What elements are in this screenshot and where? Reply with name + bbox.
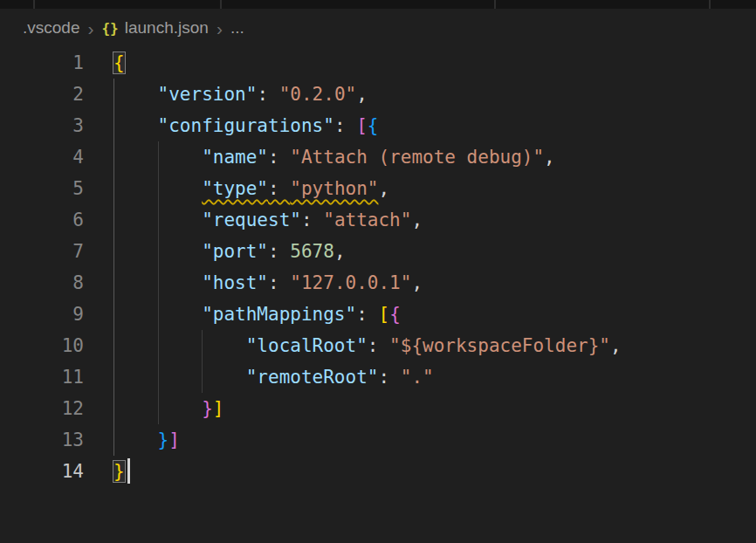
code-text: }] bbox=[84, 393, 223, 424]
code-token: "0.2.0" bbox=[279, 84, 357, 105]
code-token: : bbox=[356, 304, 378, 325]
line-number[interactable]: 3 bbox=[0, 110, 84, 141]
code-token: "localRoot" bbox=[246, 335, 368, 356]
chevron-right-icon: › bbox=[87, 19, 93, 38]
code-token: "attach" bbox=[323, 210, 411, 230]
code-token: , bbox=[334, 241, 346, 262]
line-number[interactable]: 1 bbox=[0, 47, 84, 79]
breadcrumb-item-vscode[interactable]: .vscode bbox=[23, 18, 79, 38]
code-text: "version": "0.2.0", bbox=[84, 79, 368, 110]
line-number[interactable]: 13 bbox=[0, 424, 84, 456]
code-text: "configurations": [{ bbox=[84, 110, 378, 141]
line-number[interactable]: 4 bbox=[0, 141, 84, 173]
code-text: "host": "127.0.0.1", bbox=[84, 267, 423, 299]
code-text: }] bbox=[84, 424, 180, 456]
code-token: : bbox=[368, 335, 389, 356]
code-token: { bbox=[368, 115, 379, 136]
code-token bbox=[113, 115, 158, 136]
breadcrumb: .vscode › {} launch.json › ... bbox=[0, 9, 756, 47]
code-text: } bbox=[84, 456, 130, 487]
code-token: "127.0.0.1" bbox=[290, 272, 411, 293]
code-token: : bbox=[268, 272, 290, 293]
code-token: "version" bbox=[158, 84, 258, 105]
code-token: , bbox=[411, 272, 423, 293]
code-token bbox=[113, 367, 246, 388]
code-token: "${workspaceFolder}" bbox=[389, 335, 610, 356]
code-token: : bbox=[268, 147, 290, 168]
code-token: , bbox=[544, 147, 555, 168]
breadcrumb-item-symbol-path[interactable]: ... bbox=[230, 18, 244, 38]
text-cursor bbox=[127, 458, 130, 484]
code-token: , bbox=[610, 335, 622, 356]
code-text: "pathMappings": [{ bbox=[84, 299, 401, 330]
line-number[interactable]: 10 bbox=[0, 330, 84, 361]
code-token: { bbox=[113, 52, 125, 73]
code-token: "remoteRoot" bbox=[246, 367, 379, 388]
line-number[interactable]: 12 bbox=[0, 393, 84, 424]
line-number[interactable]: 14 bbox=[0, 456, 84, 487]
code-token: } bbox=[113, 461, 125, 482]
line-number[interactable]: 9 bbox=[0, 299, 84, 330]
tab-bar-edge bbox=[0, 0, 756, 9]
code-text: { bbox=[84, 47, 125, 79]
breadcrumb-item-launch-json[interactable]: launch.json bbox=[125, 18, 209, 38]
code-token: : bbox=[334, 115, 356, 136]
code-token bbox=[113, 430, 158, 450]
tab-separator bbox=[494, 0, 496, 9]
line-number[interactable]: 8 bbox=[0, 267, 84, 299]
code-token: "host" bbox=[202, 272, 268, 293]
tab-separator bbox=[709, 0, 711, 9]
code-token bbox=[113, 335, 246, 356]
code-text: "type": "python", bbox=[84, 173, 389, 204]
code-line[interactable]: 14} bbox=[0, 456, 756, 487]
code-token: "configurations" bbox=[158, 115, 334, 136]
code-text: "remoteRoot": "." bbox=[84, 361, 434, 393]
code-token: , bbox=[378, 178, 389, 199]
code-token: "python" bbox=[290, 178, 378, 199]
indent-guide bbox=[158, 141, 159, 424]
tab-separator bbox=[33, 0, 35, 9]
code-token: : bbox=[268, 241, 290, 262]
editor[interactable]: 1{2 "version": "0.2.0",3 "configurations… bbox=[0, 47, 756, 487]
code-text: "port": 5678, bbox=[84, 236, 346, 267]
code-token: : bbox=[378, 367, 400, 388]
chevron-right-icon: › bbox=[216, 19, 223, 38]
code-text: "name": "Attach (remote debug)", bbox=[84, 141, 555, 173]
line-number[interactable]: 7 bbox=[0, 236, 84, 267]
code-token: "port" bbox=[202, 241, 268, 262]
line-number[interactable]: 11 bbox=[0, 361, 84, 393]
code-token: : bbox=[268, 178, 290, 199]
code-token: [ bbox=[356, 115, 368, 136]
tab-separator bbox=[220, 0, 222, 9]
indent-guide bbox=[202, 330, 203, 393]
code-token: "request" bbox=[202, 210, 301, 230]
line-number[interactable]: 6 bbox=[0, 204, 84, 236]
json-file-icon: {} bbox=[101, 20, 118, 37]
code-token: } bbox=[158, 430, 169, 450]
line-number[interactable]: 5 bbox=[0, 173, 84, 204]
code-token: : bbox=[301, 210, 323, 230]
editor-lines: 1{2 "version": "0.2.0",3 "configurations… bbox=[0, 47, 756, 487]
code-text: "request": "attach", bbox=[84, 204, 423, 236]
code-token: [ bbox=[378, 304, 389, 325]
line-number[interactable]: 2 bbox=[0, 79, 84, 110]
code-token: "pathMappings" bbox=[202, 304, 356, 325]
code-token: } bbox=[202, 398, 213, 419]
code-text: "localRoot": "${workspaceFolder}", bbox=[84, 330, 622, 361]
code-token: : bbox=[257, 84, 278, 105]
code-token: { bbox=[389, 304, 401, 325]
code-token: ] bbox=[213, 398, 224, 419]
code-token: ] bbox=[168, 430, 180, 450]
code-token: "name" bbox=[202, 147, 268, 168]
code-token: , bbox=[356, 84, 368, 105]
code-token bbox=[113, 84, 158, 105]
code-token: "." bbox=[401, 367, 434, 388]
code-token: "Attach (remote debug)" bbox=[290, 147, 544, 168]
code-line[interactable]: 1{ bbox=[0, 47, 756, 79]
indent-guide bbox=[113, 79, 114, 456]
code-token: 5678 bbox=[290, 241, 334, 262]
code-token: "type" bbox=[202, 178, 268, 199]
code-token: , bbox=[411, 210, 423, 230]
